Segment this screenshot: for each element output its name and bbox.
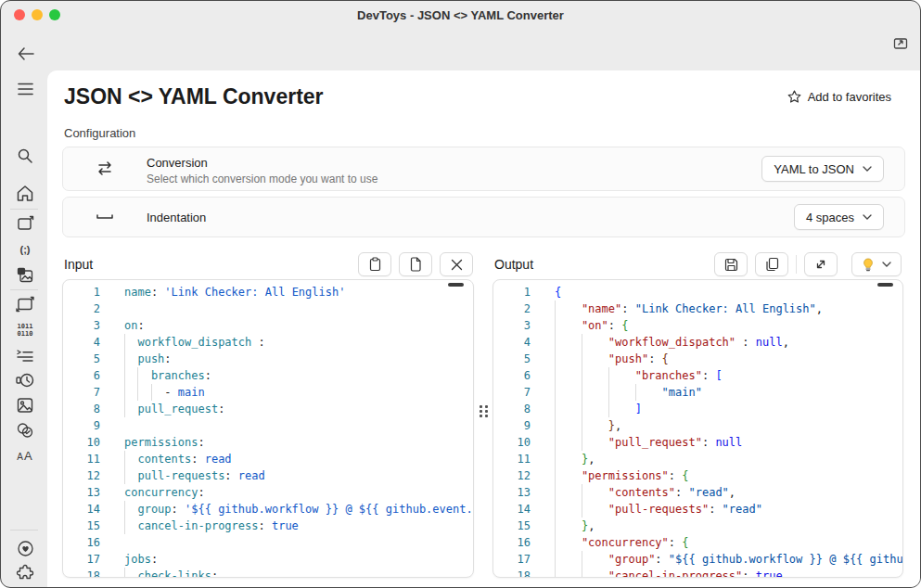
line-number: 17 xyxy=(63,551,100,568)
code-line: 4"workflow_dispatch" : null, xyxy=(493,334,902,351)
line-number: 13 xyxy=(63,484,100,501)
line-number: 13 xyxy=(493,484,531,501)
line-number: 4 xyxy=(63,334,100,351)
paste-button[interactable] xyxy=(358,252,391,276)
code-line: 6"branches": [ xyxy=(493,367,902,384)
indentation-title: Indentation xyxy=(147,211,206,224)
sidebar-item-menu[interactable] xyxy=(15,79,35,99)
sidebar-item-extensions[interactable] xyxy=(15,563,35,583)
chevron-down-icon xyxy=(882,262,891,267)
code-line: 11}, xyxy=(493,451,902,467)
sidebar-item-number-base-converter[interactable]: 10110110 xyxy=(15,320,35,340)
code-line: 6branches: xyxy=(63,367,473,384)
code-line: 15}, xyxy=(493,518,902,534)
spacebar-icon xyxy=(94,206,116,228)
sidebar-item-converters[interactable] xyxy=(15,213,35,234)
line-number: 14 xyxy=(63,501,100,518)
line-number: 7 xyxy=(493,384,531,401)
conversion-subtitle: Select which conversion mode you want to… xyxy=(147,173,377,185)
clear-icon xyxy=(451,259,463,271)
sidebar-item-json-yaml-converter[interactable] xyxy=(15,294,35,314)
compact-overlay-button[interactable] xyxy=(891,34,910,53)
indentation-dropdown[interactable]: 4 spaces xyxy=(794,204,884,230)
scrollbar-thumb[interactable] xyxy=(877,283,893,287)
line-number: 2 xyxy=(493,300,531,317)
line-number: 5 xyxy=(493,351,531,367)
line-number: 9 xyxy=(63,417,100,434)
scrollbar-thumb[interactable] xyxy=(448,283,464,287)
add-to-favorites-button[interactable]: Add to favorites xyxy=(787,90,891,104)
output-editor[interactable]: 1{2"name": "Link Checker: All English",3… xyxy=(493,280,902,577)
indentation-value: 4 spaces xyxy=(806,211,854,224)
line-number: 17 xyxy=(493,551,531,568)
checksum-icon xyxy=(16,422,34,439)
indentation-setting-card: Indentation 4 spaces xyxy=(62,197,905,237)
copy-icon xyxy=(765,257,779,272)
sidebar-item-list-compare[interactable] xyxy=(15,345,35,365)
line-number: 12 xyxy=(63,467,100,484)
line-number: 6 xyxy=(493,367,531,384)
sidebar-item-image-tool[interactable] xyxy=(15,395,35,415)
expand-button[interactable] xyxy=(804,252,838,276)
line-number: 18 xyxy=(493,568,531,577)
code-line: 15cancel-in-progress: true xyxy=(63,518,473,534)
code-line: 16 xyxy=(63,534,473,551)
home-icon xyxy=(16,185,34,202)
line-number: 4 xyxy=(493,334,531,351)
image-tool-icon xyxy=(16,397,34,414)
open-file-button[interactable] xyxy=(399,252,432,276)
line-number: 1 xyxy=(493,284,531,300)
titlebar[interactable]: DevToys - JSON <> YAML Converter xyxy=(1,1,920,29)
paste-icon xyxy=(368,257,382,272)
line-number: 12 xyxy=(493,467,531,484)
code-line: 1name: 'Link Checker: All English' xyxy=(63,284,473,300)
sidebar-item-graphic-tools[interactable] xyxy=(15,264,35,285)
line-number: 15 xyxy=(63,518,100,534)
code-line: 18"cancel-in-progress": true xyxy=(493,568,902,577)
conversion-mode-dropdown[interactable]: YAML to JSON xyxy=(761,156,884,182)
code-line: 3on: xyxy=(63,317,473,334)
sidebar-item-timestamp[interactable] xyxy=(15,370,35,390)
sidebar-item-text-case[interactable]: AA xyxy=(15,445,35,466)
sidebar-item-checksum[interactable] xyxy=(15,420,35,441)
sidebar-item-favorites[interactable] xyxy=(15,538,35,558)
star-icon xyxy=(787,90,801,104)
code-line: 5push: xyxy=(63,351,473,367)
output-editor-panel: 1{2"name": "Link Checker: All English",3… xyxy=(492,279,903,578)
line-number: 10 xyxy=(63,434,100,451)
clear-input-button[interactable] xyxy=(440,252,473,276)
code-line: 8] xyxy=(493,401,902,417)
menu-icon xyxy=(18,83,33,96)
sidebar-item-home[interactable] xyxy=(15,183,35,203)
save-button[interactable] xyxy=(714,252,748,276)
line-number: 9 xyxy=(493,417,531,434)
code-line: 3"on": { xyxy=(493,317,902,334)
copy-button[interactable] xyxy=(755,252,788,276)
configuration-section-label: Configuration xyxy=(64,126,135,140)
sidebar-item-encoders-decoders[interactable]: (;) xyxy=(15,239,35,260)
sidebar-item-search[interactable] xyxy=(15,146,35,166)
code-line: 11contents: read xyxy=(63,451,473,467)
save-icon xyxy=(724,258,738,272)
line-number: 2 xyxy=(63,300,100,317)
code-line: 18check-links: xyxy=(63,568,473,577)
line-number: 7 xyxy=(63,384,100,401)
expand-icon xyxy=(814,258,827,271)
line-number: 10 xyxy=(493,434,531,451)
line-number: 3 xyxy=(63,317,100,334)
code-line: 16"concurrency": { xyxy=(493,534,902,551)
code-line: 1{ xyxy=(493,284,902,300)
panel-splitter-handle[interactable] xyxy=(480,405,491,426)
code-line: 5"push": { xyxy=(493,351,902,367)
conversion-mode-value: YAML to JSON xyxy=(774,162,854,176)
code-line: 7"main" xyxy=(493,384,902,401)
page-title: JSON <> YAML Converter xyxy=(64,84,324,109)
code-line: 13"contents": "read", xyxy=(493,484,902,501)
input-editor[interactable]: 1name: 'Link Checker: All English'23on:4… xyxy=(63,280,473,577)
code-line: 17"group": "${{ github.workflow }} @ ${{… xyxy=(493,551,902,568)
converters-icon xyxy=(16,215,34,232)
number-base-converter-icon: 10110110 xyxy=(18,323,33,338)
code-line: 12pull-requests: read xyxy=(63,467,473,484)
chevron-down-icon xyxy=(863,214,872,220)
smart-detection-button[interactable] xyxy=(851,252,902,276)
